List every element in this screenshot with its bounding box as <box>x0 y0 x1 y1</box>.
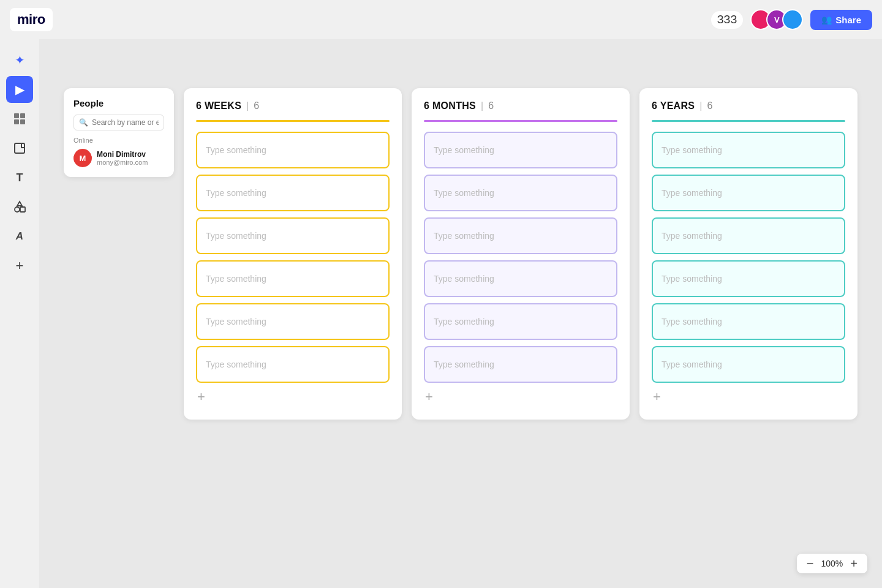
zoom-in-button[interactable]: + <box>849 557 859 570</box>
card[interactable]: Type something <box>652 260 845 297</box>
column-years-header: 6 YEARS | 6 <box>652 100 845 111</box>
column-years-count: 6 <box>707 100 712 111</box>
add-card-weeks[interactable]: + <box>196 389 205 405</box>
svg-rect-6 <box>20 207 25 212</box>
sidebar: ✦ ▶ T A + <box>0 39 39 588</box>
card[interactable]: Type something <box>652 303 845 340</box>
svg-point-5 <box>15 207 20 212</box>
avatar-3 <box>782 9 803 30</box>
handwriting-tool[interactable]: A <box>6 223 33 250</box>
card[interactable]: Type something <box>424 346 617 383</box>
zoom-out-button[interactable]: − <box>805 557 815 570</box>
column-weeks-count: 6 <box>254 100 259 111</box>
logo-box[interactable]: miro <box>10 8 53 31</box>
svg-rect-1 <box>20 113 25 118</box>
avatars: V <box>750 9 803 30</box>
card[interactable]: Type something <box>652 346 845 383</box>
card[interactable]: Type something <box>196 217 390 254</box>
columns-area: 6 WEEKS | 6 Type something Type somethin… <box>184 88 858 420</box>
column-months-line <box>424 120 617 122</box>
column-weeks-line <box>196 120 390 122</box>
column-months-count: 6 <box>488 100 494 111</box>
svg-marker-7 <box>17 202 22 206</box>
column-months: 6 MONTHS | 6 Type something Type somethi… <box>412 88 630 420</box>
add-card-years[interactable]: + <box>652 389 661 405</box>
header-right: ЗЗЗ V 👥 Share <box>711 9 872 30</box>
user-avatar: M <box>74 149 92 167</box>
card[interactable]: Type something <box>196 175 390 211</box>
card[interactable]: Type something <box>424 217 617 254</box>
search-box[interactable]: 🔍 <box>74 115 164 130</box>
main-content: People 🔍 Online M Moni Dimitrov mony@mir… <box>39 39 882 444</box>
card[interactable]: Type something <box>424 132 617 168</box>
column-weeks-title: 6 WEEKS <box>196 100 241 111</box>
user-row: M Moni Dimitrov mony@miro.com <box>74 149 164 167</box>
ai-tool[interactable]: ✦ <box>6 47 33 74</box>
search-input[interactable] <box>92 118 159 127</box>
card[interactable]: Type something <box>652 132 845 168</box>
user-info: Moni Dimitrov mony@miro.com <box>97 150 148 166</box>
card[interactable]: Type something <box>196 260 390 297</box>
cursor-tool[interactable]: ▶ <box>6 76 33 103</box>
user-email: mony@miro.com <box>97 159 148 166</box>
card[interactable]: Type something <box>196 303 390 340</box>
user-count-display: ЗЗЗ <box>717 13 737 26</box>
user-name: Moni Dimitrov <box>97 150 148 159</box>
svg-rect-2 <box>14 119 19 124</box>
share-icon: 👥 <box>821 15 832 24</box>
column-months-header: 6 MONTHS | 6 <box>424 100 617 111</box>
column-weeks: 6 WEEKS | 6 Type something Type somethin… <box>184 88 402 420</box>
share-button[interactable]: 👥 Share <box>810 10 872 30</box>
people-panel: People 🔍 Online M Moni Dimitrov mony@mir… <box>64 88 174 177</box>
sticky-tool[interactable] <box>6 135 33 162</box>
column-weeks-header: 6 WEEKS | 6 <box>196 100 390 111</box>
card[interactable]: Type something <box>196 346 390 383</box>
search-icon: 🔍 <box>79 118 88 127</box>
card[interactable]: Type something <box>652 217 845 254</box>
card[interactable]: Type something <box>652 175 845 211</box>
zoom-level: 100% <box>821 559 843 568</box>
column-years: 6 YEARS | 6 Type something Type somethin… <box>639 88 858 420</box>
svg-rect-3 <box>20 119 25 124</box>
share-label: Share <box>835 15 861 25</box>
column-years-line <box>652 120 845 122</box>
people-title: People <box>74 98 164 108</box>
shapes-tool[interactable] <box>6 194 33 221</box>
add-card-months[interactable]: + <box>424 389 433 405</box>
column-months-title: 6 MONTHS <box>424 100 476 111</box>
card[interactable]: Type something <box>196 132 390 168</box>
svg-rect-0 <box>14 113 19 118</box>
user-count-badge: ЗЗЗ <box>711 11 744 29</box>
card[interactable]: Type something <box>424 303 617 340</box>
header: miro ЗЗЗ V 👥 Share <box>0 0 882 39</box>
online-label: Online <box>74 137 164 144</box>
add-tool[interactable]: + <box>6 252 33 279</box>
column-years-title: 6 YEARS <box>652 100 695 111</box>
text-tool[interactable]: T <box>6 164 33 191</box>
card[interactable]: Type something <box>424 260 617 297</box>
table-tool[interactable] <box>6 105 33 132</box>
zoom-controls: − 100% + <box>797 554 867 573</box>
logo: miro <box>17 12 45 28</box>
card[interactable]: Type something <box>424 175 617 211</box>
